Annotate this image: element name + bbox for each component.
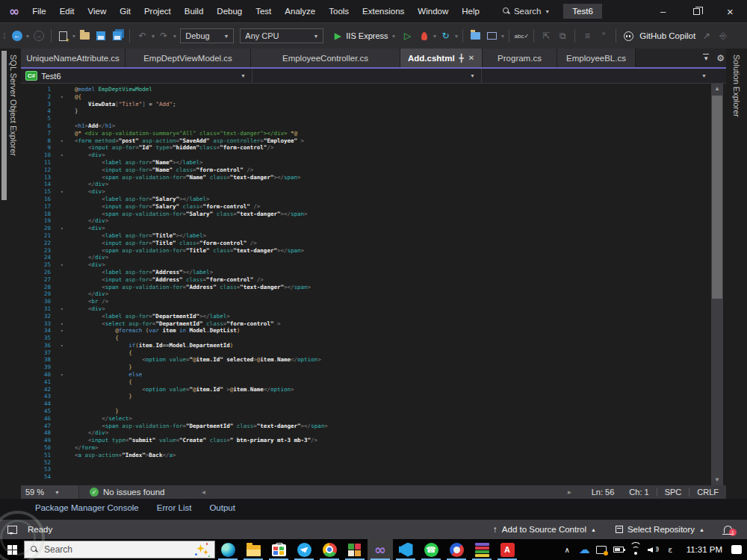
- column-indicator[interactable]: Ch: 1: [622, 488, 656, 497]
- panel-tab-package-manager-console[interactable]: Package Manager Console: [35, 503, 139, 512]
- fold-chevron-icon[interactable]: ▾: [51, 371, 75, 379]
- menu-item-debug[interactable]: Debug: [210, 0, 249, 22]
- issues-status[interactable]: No issues found: [103, 488, 164, 497]
- github-copilot-button[interactable]: GitHub Copilot: [639, 31, 695, 40]
- minimize-button[interactable]: –: [646, 0, 680, 22]
- fold-chevron-icon[interactable]: ▾: [51, 93, 75, 101]
- taskbar-idm-icon[interactable]: [444, 539, 469, 560]
- tab-add-cshtml[interactable]: Add.cshtml╋✕: [400, 49, 483, 67]
- member-dropdown[interactable]: ▼: [482, 69, 726, 84]
- copy-format-button[interactable]: ⧉: [556, 29, 569, 43]
- taskbar-app-icon[interactable]: [342, 539, 368, 560]
- fold-chevron-icon[interactable]: ▾: [51, 320, 75, 328]
- tab-uniquenameattribute-cs[interactable]: UniqueNameAttribute.cs: [21, 49, 125, 67]
- close-button[interactable]: ×: [713, 0, 747, 22]
- menu-item-view[interactable]: View: [81, 0, 114, 22]
- fold-chevron-icon[interactable]: ▾: [51, 225, 75, 232]
- add-to-source-control-button[interactable]: ↑ Add to Source Control ▲: [493, 525, 596, 534]
- navigate-back-button[interactable]: ←: [10, 29, 24, 43]
- taskbar-edge-icon[interactable]: [215, 539, 241, 560]
- menu-item-project[interactable]: Project: [137, 0, 178, 22]
- fold-chevron-icon[interactable]: ▾: [51, 137, 75, 145]
- scroll-up-arrow[interactable]: ▲: [711, 84, 723, 94]
- menu-item-build[interactable]: Build: [178, 0, 211, 22]
- menu-item-help[interactable]: Help: [455, 0, 486, 22]
- panel-tab-error-list[interactable]: Error List: [157, 503, 192, 512]
- format-document-button[interactable]: ≡: [580, 29, 594, 43]
- undo-button[interactable]: ↶: [135, 29, 149, 43]
- zoom-level-dropdown[interactable]: 59 %▼: [21, 485, 79, 499]
- chevron-down-icon[interactable]: ▼: [391, 34, 397, 39]
- taskbar-microsoft-store-icon[interactable]: [266, 539, 291, 560]
- live-share-button[interactable]: ⎆: [716, 29, 730, 43]
- restart-app-button[interactable]: ↻: [438, 29, 452, 43]
- volume-icon[interactable]: [645, 539, 662, 560]
- tray-expand-chevron-icon[interactable]: ∧: [559, 539, 576, 560]
- chevron-down-icon[interactable]: ▼: [453, 34, 459, 39]
- taskbar-file-explorer-icon[interactable]: [241, 539, 266, 560]
- taskbar-telegram-icon[interactable]: [291, 539, 317, 560]
- save-button[interactable]: [94, 29, 108, 43]
- tab-empdeptviewmodel-cs[interactable]: EmpDeptViewModel.cs: [125, 49, 251, 67]
- solution-explorer-tab[interactable]: Solution Explorer: [732, 55, 741, 117]
- chevron-down-icon[interactable]: ▼: [433, 34, 438, 39]
- pin-tab-icon[interactable]: ╋: [459, 54, 464, 62]
- scroll-down-arrow[interactable]: ▼: [711, 475, 723, 485]
- taskbar-vscode-icon[interactable]: [393, 539, 418, 560]
- menu-item-extensions[interactable]: Extensions: [356, 0, 411, 22]
- fold-chevron-icon[interactable]: ▾: [51, 152, 75, 159]
- fold-chevron-icon[interactable]: ▾: [51, 188, 75, 196]
- menu-item-edit[interactable]: Edit: [53, 0, 81, 22]
- menu-item-git[interactable]: Git: [113, 0, 137, 22]
- screen-snip-icon[interactable]: [593, 539, 610, 560]
- close-tab-icon[interactable]: ✕: [468, 54, 474, 62]
- fold-chevron-icon[interactable]: ▾: [51, 305, 75, 313]
- fold-chevron-icon[interactable]: ▾: [51, 261, 75, 269]
- comment-lines-button[interactable]: “: [597, 29, 610, 43]
- select-element-button[interactable]: ⇱: [539, 29, 553, 43]
- project-dropdown[interactable]: C# Test6 ▼: [21, 69, 252, 84]
- line-ending-indicator[interactable]: CRLF: [689, 488, 726, 497]
- start-without-debugging-button[interactable]: ▷: [401, 29, 415, 43]
- title-search-control[interactable]: Search ▼: [503, 7, 550, 16]
- open-file-button[interactable]: [78, 29, 91, 43]
- browser-preview-button[interactable]: [485, 29, 498, 43]
- panel-tab-output[interactable]: Output: [209, 503, 235, 512]
- spaces-indicator[interactable]: SPC: [657, 488, 689, 497]
- active-files-dropdown-icon[interactable]: ▼: [703, 54, 709, 62]
- run-target-button[interactable]: IIS Express: [346, 31, 388, 40]
- document-options-gear-icon[interactable]: ⚙: [716, 53, 725, 63]
- restore-button[interactable]: [680, 0, 713, 22]
- scroll-left-arrow[interactable]: ◄: [200, 489, 206, 496]
- type-dropdown[interactable]: ▼: [252, 69, 482, 84]
- vertical-scrollbar[interactable]: ▲ ▼: [711, 84, 723, 485]
- menu-item-window[interactable]: Window: [411, 0, 455, 22]
- taskbar-winrar-icon[interactable]: [469, 539, 495, 560]
- hot-reload-button[interactable]: [418, 29, 431, 43]
- menu-item-test[interactable]: Test: [249, 0, 278, 22]
- find-in-files-button[interactable]: [468, 29, 482, 43]
- onedrive-icon[interactable]: ☁: [576, 539, 593, 560]
- chevron-down-icon[interactable]: ▼: [25, 34, 31, 39]
- tab-employeebl-cs[interactable]: EmployeeBL.cs: [557, 49, 636, 67]
- battery-icon[interactable]: [610, 539, 627, 560]
- menu-item-analyze[interactable]: Analyze: [278, 0, 322, 22]
- notifications-bell-icon[interactable]: 1: [724, 526, 732, 533]
- new-project-button[interactable]: [57, 29, 70, 43]
- chevron-down-icon[interactable]: ▼: [150, 34, 155, 39]
- feedback-icon[interactable]: [7, 526, 17, 534]
- line-indicator[interactable]: Ln: 56: [584, 488, 622, 497]
- menu-item-file[interactable]: File: [25, 0, 53, 22]
- solution-platform-dropdown[interactable]: Any CPU▼: [240, 28, 323, 43]
- scroll-right-arrow[interactable]: ►: [566, 489, 572, 496]
- fold-chevron-icon[interactable]: ▾: [51, 342, 75, 349]
- taskbar-acrobat-icon[interactable]: A: [495, 539, 520, 560]
- fold-chevron-icon[interactable]: ▾: [51, 327, 75, 335]
- taskbar-whatsapp-icon[interactable]: ☎: [418, 539, 444, 560]
- chevron-down-icon[interactable]: ▼: [72, 34, 77, 39]
- code-editor[interactable]: 1@model EmpDeptViewModel2▾@{3 ViewData["…: [21, 84, 711, 485]
- select-repository-button[interactable]: Select Repository ▲: [616, 525, 704, 534]
- share-button[interactable]: ↗: [700, 29, 713, 43]
- taskbar-visual-studio-icon[interactable]: ∞: [368, 539, 393, 560]
- chevron-down-icon[interactable]: ▼: [500, 34, 505, 39]
